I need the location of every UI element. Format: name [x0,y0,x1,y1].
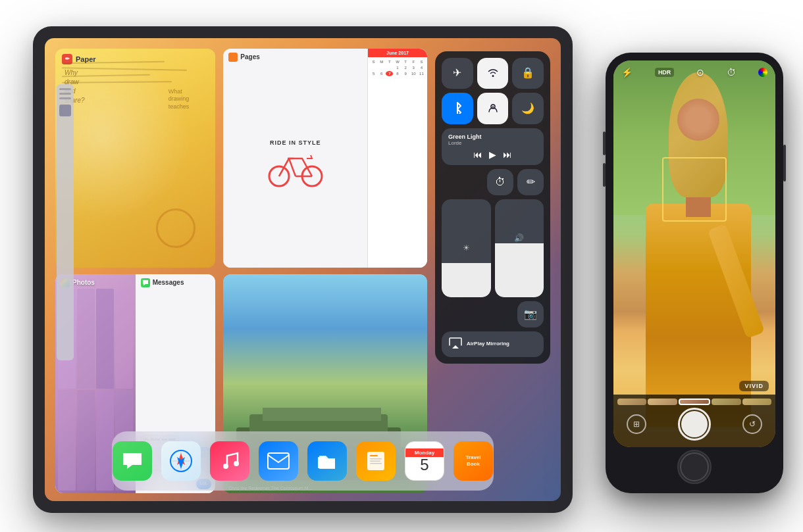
iphone-screen: ⚡ HDR ⊙ ⏱ VIVID [613,60,775,447]
wifi-icon [488,68,498,79]
volume-up-button[interactable] [603,132,606,155]
brightness-icon: ☀ [463,243,470,253]
live-photo-icon[interactable]: ⊙ [696,67,704,78]
airdrop-icon [488,103,498,115]
brightness-slider[interactable]: ☀ [442,199,491,297]
thumbnail-2[interactable] [648,399,677,405]
dock-mail[interactable] [259,441,298,481]
cal-day [370,65,377,70]
last-photo-icon: ⊞ [633,420,640,429]
color-filter-icon[interactable] [758,68,767,77]
cc-spacer-2 [442,301,513,327]
dock-messages[interactable] [113,441,152,481]
cc-row-4: 📷 [442,301,544,327]
calendar-content: Monday 5 [405,448,444,473]
pages-app-icon [228,53,238,62]
cc-camera-btn[interactable]: 📷 [517,301,544,327]
volume-slider[interactable]: 🔊 [495,199,544,297]
cc-row-1: ✈ [442,58,544,89]
svg-rect-13 [370,455,378,456]
pages-section: Pages RIDE IN STYLE [223,49,368,268]
home-button[interactable] [677,450,712,484]
iphone-device: ⚡ HDR ⊙ ⏱ VIVID [606,53,783,493]
flash-icon[interactable]: ⚡ [621,67,633,78]
svg-point-9 [223,464,228,469]
thumbnail-3-selected[interactable] [679,399,710,405]
ipad-device: ✏ Paper Whydrawandshare? [33,26,573,513]
control-center: ✈ [435,51,550,364]
cc-music-widget[interactable]: Green Light Lorde ⏮ ▶ ⏭ [442,128,544,165]
photo-thumb [77,289,95,389]
timer-icon[interactable]: ⏱ [727,67,736,78]
hdr-label[interactable]: HDR [655,68,675,77]
mail-icon [267,452,290,470]
sidebar-icon [59,105,71,116]
last-photo-btn[interactable]: ⊞ [627,414,646,434]
cal-day: 5 [370,71,377,76]
flip-camera-btn[interactable]: ↺ [742,414,762,434]
dock-files[interactable] [307,441,347,481]
filmstrip: ⊞ ↺ [613,395,775,447]
thumbnail-4[interactable] [712,399,740,405]
cards-left-column: ✏ Paper Whydrawandshare? [55,49,215,493]
photos-title: Photos [72,279,95,286]
cc-row-3: ⏱ ✏ [442,169,544,195]
fast-forward-icon[interactable]: ⏭ [503,149,512,160]
pages-calendar-card[interactable]: Pages RIDE IN STYLE [223,49,427,268]
cal-day [386,65,393,70]
pages-content: RIDE IN STYLE [223,63,367,268]
shutter-button[interactable] [678,408,711,441]
cc-moon-btn[interactable]: 🌙 [512,93,544,124]
music-icon [219,450,240,472]
thumbnail-1[interactable] [617,399,646,405]
dock-pages[interactable] [356,441,396,481]
pages-dock-icon [366,450,386,472]
cc-airplane-btn[interactable]: ✈ [442,58,473,89]
photo-thumb [96,289,114,389]
paper-card[interactable]: ✏ Paper Whydrawandshare? [55,49,215,268]
cc-airplay-btn[interactable]: AirPlay Mirroring [442,331,544,357]
messages-label: Messages [141,278,184,287]
power-button[interactable] [783,145,786,181]
app-cards-area: ✏ Paper Whydrawandshare? [55,49,550,493]
cc-airdrop-btn[interactable] [477,93,509,124]
cal-col-s: S [370,59,377,64]
edit-icon: ✏ [527,177,535,187]
cc-row-2: 🌙 [442,93,544,124]
sidebar-line-2 [59,93,71,95]
rewind-icon[interactable]: ⏮ [473,149,482,160]
photo-thumb [77,390,95,491]
cc-screen-lock-btn[interactable]: 🔒 [512,58,544,89]
airplay-icon [448,337,463,352]
cal-day: 9 [402,71,409,76]
thumbnail-5[interactable] [742,399,771,405]
camera-icon: 📷 [524,309,537,320]
dock-music[interactable] [210,441,249,481]
cal-day-number: 5 [420,457,428,473]
svg-rect-11 [268,453,289,469]
vivid-badge: VIVID [739,381,769,391]
camera-app: ⚡ HDR ⊙ ⏱ VIVID [613,60,775,447]
play-icon[interactable]: ▶ [489,149,496,160]
cc-wifi-btn[interactable] [477,58,509,89]
messages-icon [120,449,144,473]
volume-fill [495,243,544,297]
calendar-body: S M T W T F S 1 [368,57,427,78]
cal-col-w: W [394,59,401,64]
cc-bluetooth-btn[interactable] [442,93,473,124]
photo-thumb [58,390,76,491]
sketch-circle [156,208,195,248]
brightness-fill [442,263,491,297]
control-center-panel: ✈ [435,49,550,493]
cal-day: 4 [418,65,425,70]
scene: ✏ Paper Whydrawandshare? [13,13,790,520]
volume-down-button[interactable] [603,163,606,187]
cal-day: 11 [418,71,425,76]
dock-travel[interactable]: TravelBook [453,441,493,481]
cal-col-m: M [378,59,385,64]
dock-safari[interactable] [161,441,201,481]
cc-edit-btn[interactable]: ✏ [517,169,544,195]
ipad-screen: ✏ Paper Whydrawandshare? [45,38,561,501]
cc-timer-btn[interactable]: ⏱ [487,169,513,195]
dock-calendar[interactable]: Monday 5 [405,441,444,481]
